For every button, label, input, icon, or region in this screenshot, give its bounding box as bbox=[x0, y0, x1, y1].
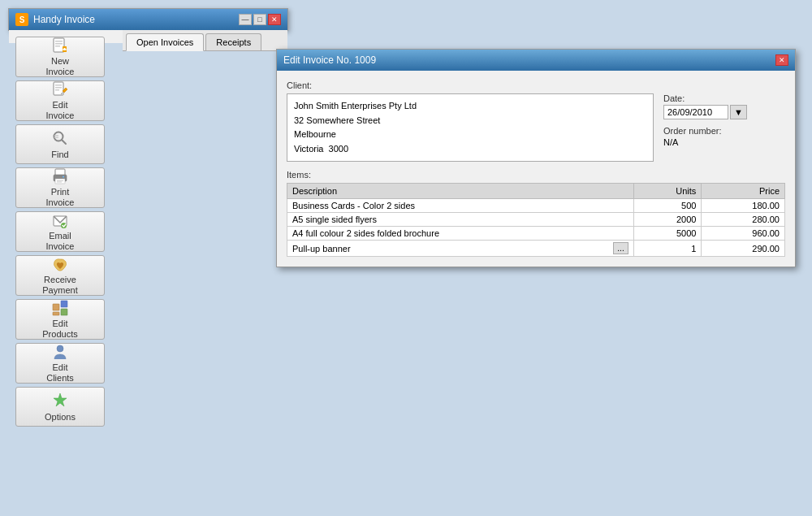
find-label: Find bbox=[51, 150, 68, 160]
svg-rect-2 bbox=[55, 43, 63, 45]
items-cell-units: 2000 bbox=[633, 213, 702, 227]
items-cell-units: 5000 bbox=[633, 227, 702, 241]
svg-point-28 bbox=[57, 345, 63, 352]
edit-dialog-title-bar: Edit Invoice No. 1009 ✕ bbox=[277, 50, 795, 71]
receive-payment-button[interactable]: ReceivePayment bbox=[15, 255, 105, 296]
edit-invoice-icon bbox=[50, 80, 70, 98]
main-window: S Handy Invoice — □ ✕ NewI bbox=[8, 8, 288, 31]
date-label: Date: bbox=[663, 93, 785, 103]
client-info-row: John Smith Enterprises Pty Ltd 32 Somewh… bbox=[287, 93, 785, 162]
email-icon bbox=[50, 211, 70, 229]
svg-rect-8 bbox=[55, 85, 62, 86]
svg-point-21 bbox=[63, 176, 64, 178]
svg-line-13 bbox=[63, 141, 67, 145]
date-picker-button[interactable]: ▼ bbox=[730, 105, 747, 119]
svg-rect-27 bbox=[53, 312, 59, 315]
edit-dialog-title: Edit Invoice No. 1009 bbox=[283, 54, 376, 66]
client-address-line: 32 Somewhere Street bbox=[294, 115, 380, 125]
client-section-label: Client: bbox=[287, 80, 785, 90]
minimize-button[interactable]: — bbox=[239, 14, 252, 25]
edit-dialog-controls: ✕ bbox=[775, 54, 788, 66]
date-input[interactable] bbox=[663, 105, 728, 119]
svg-rect-25 bbox=[61, 301, 67, 307]
edit-invoice-label: EditInvoice bbox=[46, 100, 75, 121]
client-meta: Date: ▼ Order number: N/A bbox=[663, 93, 785, 147]
client-city-line: Melbourne bbox=[294, 129, 336, 139]
svg-rect-19 bbox=[57, 180, 63, 181]
edit-products-button[interactable]: EditProducts bbox=[15, 299, 105, 340]
svg-rect-24 bbox=[53, 304, 59, 310]
client-address: John Smith Enterprises Pty Ltd 32 Somewh… bbox=[287, 93, 654, 162]
title-bar-left: S Handy Invoice bbox=[15, 13, 95, 26]
svg-rect-3 bbox=[55, 46, 60, 47]
client-section: Client: John Smith Enterprises Pty Ltd 3… bbox=[287, 80, 785, 162]
items-table: Description Units Price Business Cards -… bbox=[287, 183, 785, 257]
app-icon: S bbox=[15, 13, 28, 26]
new-invoice-icon bbox=[50, 37, 70, 54]
new-invoice-button[interactable]: NewInvoice bbox=[15, 37, 105, 77]
items-cell-description: A4 full colour 2 sides folded brochure bbox=[287, 227, 634, 241]
svg-rect-1 bbox=[55, 41, 63, 42]
items-row: A5 single sided flyers2000280.00 bbox=[287, 213, 785, 227]
svg-rect-26 bbox=[61, 309, 67, 315]
client-name-line: John Smith Enterprises Pty Ltd bbox=[294, 101, 417, 111]
description-browse-button[interactable]: ... bbox=[613, 242, 628, 254]
items-cell-price: 180.00 bbox=[702, 199, 785, 213]
client-state-line: Victoria 3000 bbox=[294, 144, 348, 154]
items-cell-description[interactable]: ... bbox=[287, 241, 634, 257]
new-invoice-label: NewInvoice bbox=[46, 56, 75, 77]
close-button[interactable]: ✕ bbox=[268, 14, 281, 25]
maximize-button[interactable]: □ bbox=[253, 14, 266, 25]
items-cell-price: 280.00 bbox=[702, 213, 785, 227]
items-row: Business Cards - Color 2 sides500180.00 bbox=[287, 199, 785, 213]
svg-marker-29 bbox=[54, 393, 67, 406]
items-row: ...1290.00 bbox=[287, 241, 785, 257]
edit-dialog-body: Client: John Smith Enterprises Pty Ltd 3… bbox=[277, 71, 795, 267]
items-cell-units: 1 bbox=[633, 241, 702, 257]
svg-rect-9 bbox=[55, 87, 62, 89]
options-label: Options bbox=[45, 412, 76, 423]
receive-payment-label: ReceivePayment bbox=[42, 275, 77, 296]
email-invoice-button[interactable]: EmailInvoice bbox=[15, 211, 105, 252]
tab-receipts[interactable]: Receipts bbox=[205, 33, 261, 50]
description-input[interactable] bbox=[292, 244, 613, 254]
options-icon bbox=[50, 391, 70, 410]
edit-invoice-dialog: Edit Invoice No. 1009 ✕ Client: John Smi… bbox=[276, 49, 796, 267]
items-col-units[interactable]: Units bbox=[633, 184, 702, 199]
svg-rect-20 bbox=[57, 182, 62, 183]
app-title: Handy Invoice bbox=[33, 14, 95, 25]
tabs-bar: Open Invoices Receipts bbox=[123, 30, 287, 51]
edit-clients-button[interactable]: EditClients bbox=[15, 343, 105, 384]
items-section: Items: Description Units Price Business … bbox=[287, 170, 785, 257]
products-icon bbox=[50, 299, 70, 317]
edit-dialog-title-left: Edit Invoice No. 1009 bbox=[283, 54, 376, 66]
svg-rect-14 bbox=[54, 135, 58, 137]
clients-icon bbox=[50, 343, 70, 361]
items-cell-price: 960.00 bbox=[702, 227, 785, 241]
items-col-description[interactable]: Description bbox=[287, 184, 634, 199]
print-icon bbox=[50, 167, 70, 185]
print-invoice-button[interactable]: PrintInvoice bbox=[15, 167, 105, 208]
payment-icon bbox=[50, 255, 70, 273]
svg-rect-10 bbox=[55, 89, 59, 91]
order-number-value: N/A bbox=[663, 137, 785, 147]
edit-products-label: EditProducts bbox=[42, 319, 77, 340]
options-button[interactable]: Options bbox=[15, 387, 105, 427]
window-controls: — □ ✕ bbox=[239, 14, 281, 25]
order-number-label: Order number: bbox=[663, 126, 785, 136]
edit-clients-label: EditClients bbox=[46, 362, 74, 384]
items-cell-description: Business Cards - Color 2 sides bbox=[287, 199, 634, 213]
items-section-label: Items: bbox=[287, 170, 785, 180]
items-col-price[interactable]: Price bbox=[702, 184, 785, 199]
edit-dialog-close-button[interactable]: ✕ bbox=[775, 54, 788, 66]
items-cell-description: A5 single sided flyers bbox=[287, 213, 634, 227]
items-cell-units: 500 bbox=[633, 199, 702, 213]
main-title-bar: S Handy Invoice — □ ✕ bbox=[9, 9, 287, 30]
find-icon bbox=[50, 128, 70, 148]
items-cell-price: 290.00 bbox=[702, 241, 785, 257]
tab-open-invoices[interactable]: Open Invoices bbox=[126, 33, 204, 51]
find-button[interactable]: Find bbox=[15, 124, 105, 164]
svg-rect-6 bbox=[63, 49, 67, 50]
date-field: ▼ bbox=[663, 105, 785, 119]
edit-invoice-button[interactable]: EditInvoice bbox=[15, 80, 105, 121]
